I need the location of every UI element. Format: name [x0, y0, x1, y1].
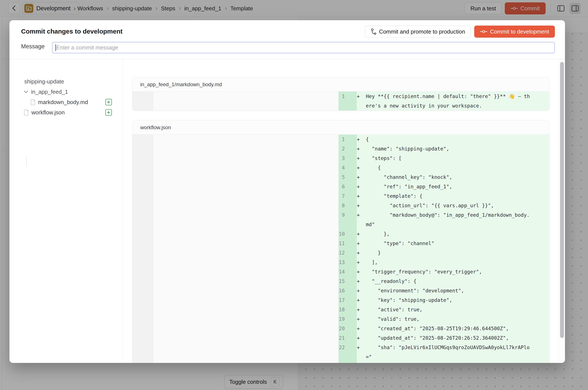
- diff-added-sign: +: [350, 201, 366, 210]
- modal-scrollbar-thumb[interactable]: [560, 62, 564, 338]
- diff-added-sign: +: [350, 239, 366, 248]
- code-text: "key": "shipping-update",: [366, 295, 531, 305]
- code-text: "sha": "pJeLVir6xIlUCMGqs9qroZoUAVDSwA0y…: [366, 343, 531, 362]
- diff-added-sign: +: [350, 343, 366, 352]
- diff-added-sign: +: [350, 182, 366, 191]
- line-number: 20: [132, 324, 350, 333]
- diff-line-8: 8+ "action_url": "{{ vars.app_url }}",: [132, 201, 549, 210]
- code-text: }: [366, 362, 531, 363]
- line-number: 6: [132, 182, 350, 191]
- promote-icon: [371, 28, 376, 35]
- code-text: "updated_at": "2025-08-26T20:26:52.36400…: [366, 333, 531, 343]
- file-icon: [24, 109, 29, 115]
- diff-line-23: 23+ }: [132, 362, 549, 363]
- diff-added-sign: +: [350, 172, 366, 182]
- diff-added-sign: +: [350, 333, 366, 343]
- code-text: "channel_key": "knock",: [366, 172, 531, 182]
- line-number: 14: [132, 267, 350, 277]
- message-label: Message: [21, 43, 45, 50]
- code-text: "__readonly": {: [366, 277, 531, 286]
- line-number: 11: [132, 239, 350, 248]
- code-text: "action_url": "{{ vars.app_url }}",: [366, 201, 531, 210]
- code-text: "template": {: [366, 191, 531, 201]
- diff-line-20: 20+ "created_at": "2025-08-25T19:29:46.6…: [132, 324, 549, 333]
- added-file-plus-icon: [106, 109, 112, 116]
- code-text: "markdown_body@": "in_app_feed_1/markdow…: [366, 210, 531, 229]
- code-text: {: [366, 163, 531, 172]
- diff-line-14: 14+ "trigger_frequency": "every_trigger"…: [132, 267, 549, 277]
- code-text: "name": "shipping-update",: [366, 144, 531, 153]
- code-text: "trigger_frequency": "every_trigger",: [366, 267, 531, 277]
- diff-line-1: 1+Hey **{{ recipient.name | default: "th…: [132, 92, 549, 110]
- diff-added-sign: +: [350, 191, 366, 201]
- line-number: 1: [132, 135, 350, 144]
- tree-indent-guide: [26, 156, 27, 167]
- diff-line-3: 3+ "steps": [: [132, 153, 549, 163]
- code-text: },: [366, 229, 531, 239]
- diff-line-4: 4+ {: [132, 163, 549, 172]
- diff-line-16: 16+ "environment": "development",: [132, 286, 549, 295]
- diff-lines: 1+{2+ "name": "shipping-update",3+ "step…: [132, 135, 549, 363]
- text-caret: [55, 44, 56, 51]
- tree-item-workflow-root: shipping-update: [9, 76, 122, 87]
- diff-line-13: 13+ ],: [132, 258, 549, 267]
- line-number: 9: [132, 210, 350, 220]
- code-text: "environment": "development",: [366, 286, 531, 295]
- commit-icon: [480, 30, 487, 34]
- diff-line-1: 1+{: [132, 135, 549, 144]
- commit-and-promote-button[interactable]: Commit and promote to production: [365, 26, 471, 38]
- diff-list: in_app_feed_1/markdown_body.md 1+Hey **{…: [123, 59, 559, 363]
- line-number: 1: [132, 92, 350, 101]
- file-icon: [30, 99, 36, 105]
- code-text: "active": true,: [366, 305, 531, 314]
- diff-added-sign: +: [350, 295, 366, 305]
- code-text: "steps": [: [366, 153, 531, 163]
- diff-added-sign: +: [350, 153, 366, 163]
- line-number: 21: [132, 333, 350, 343]
- diff-added-sign: +: [350, 248, 366, 258]
- diff-added-sign: +: [350, 362, 366, 363]
- diff-line-7: 7+ "template": {: [132, 191, 549, 201]
- modal-title: Commit changes to development: [21, 28, 123, 35]
- diff-lines: 1+Hey **{{ recipient.name | default: "th…: [132, 92, 549, 110]
- changed-files-tree: shipping-update in_app_feed_1 markdown_b…: [9, 59, 123, 363]
- chevron-down-icon: [24, 90, 28, 93]
- diff-added-sign: +: [350, 324, 366, 333]
- diff-card-workflow-json: workflow.json 1+{2+ "name": "shipping-up…: [132, 120, 549, 363]
- line-number: 12: [132, 248, 350, 258]
- diff-line-18: 18+ "active": true,: [132, 305, 549, 314]
- diff-line-10: 10+ },: [132, 229, 549, 239]
- diff-added-sign: +: [350, 286, 366, 295]
- line-number: 23: [132, 362, 350, 363]
- code-text: "valid": true,: [366, 314, 531, 324]
- line-number: 5: [132, 172, 350, 182]
- line-number: 18: [132, 305, 350, 314]
- code-text: Hey **{{ recipient.name | default: "ther…: [366, 92, 531, 110]
- diff-line-22: 22+ "sha": "pJeLVir6xIlUCMGqs9qroZoUAVDS…: [132, 343, 549, 362]
- tree-item-step-group[interactable]: in_app_feed_1: [9, 87, 122, 97]
- code-text: ],: [366, 258, 531, 267]
- diff-added-sign: +: [350, 314, 366, 324]
- diff-line-12: 12+ }: [132, 248, 549, 258]
- modal-scrollbar-track: [559, 59, 565, 363]
- diff-card-markdown-body: in_app_feed_1/markdown_body.md 1+Hey **{…: [132, 77, 549, 111]
- diff-line-21: 21+ "updated_at": "2025-08-26T20:26:52.3…: [132, 333, 549, 343]
- diff-line-5: 5+ "channel_key": "knock",: [132, 172, 549, 182]
- line-number: 15: [132, 277, 350, 286]
- added-file-plus-icon: [106, 99, 112, 105]
- commit-modal: Commit changes to development Commit and…: [9, 20, 565, 363]
- code-text: }: [366, 248, 531, 258]
- diff-line-2: 2+ "name": "shipping-update",: [132, 144, 549, 153]
- diff-filename: in_app_feed_1/markdown_body.md: [132, 77, 549, 92]
- tree-item-markdown-body[interactable]: markdown_body.md: [9, 97, 122, 107]
- commit-to-development-button[interactable]: Commit to development: [474, 26, 555, 38]
- diff-line-19: 19+ "valid": true,: [132, 314, 549, 324]
- diff-added-sign: +: [350, 305, 366, 314]
- commit-message-input[interactable]: [52, 42, 555, 53]
- line-number: 22: [132, 343, 350, 352]
- tree-item-workflow-json[interactable]: workflow.json: [9, 107, 122, 118]
- diff-added-sign: +: [350, 267, 366, 277]
- diff-line-9: 9+ "markdown_body@": "in_app_feed_1/mark…: [132, 210, 549, 229]
- diff-line-15: 15+ "__readonly": {: [132, 277, 549, 286]
- diff-line-11: 11+ "type": "channel": [132, 239, 549, 248]
